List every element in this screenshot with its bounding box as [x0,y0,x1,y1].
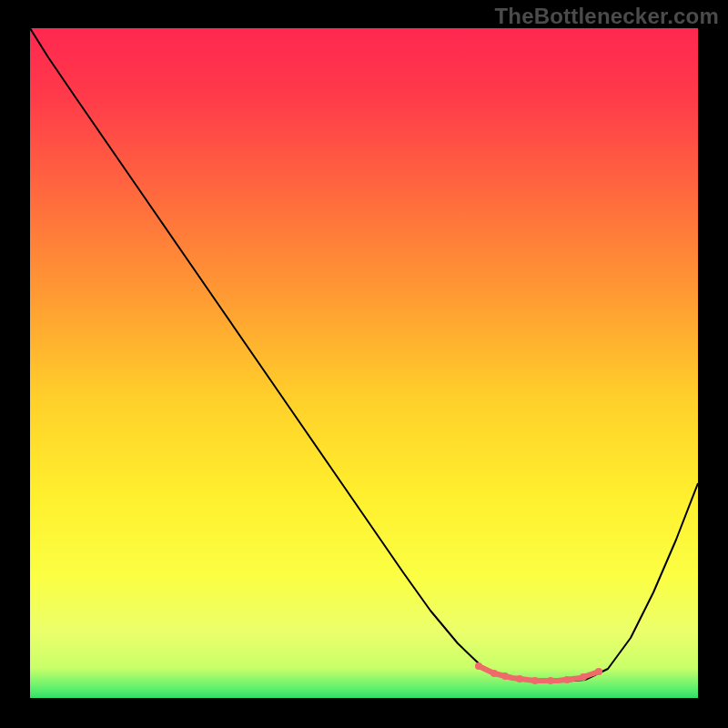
watermark-text: TheBottlenecker.com [494,4,719,29]
highlight-dot [547,677,554,684]
highlight-dot [475,662,482,670]
plot-area [30,28,698,698]
svg-rect-0 [30,28,698,698]
highlight-dot [531,677,539,684]
highlight-dot [563,676,571,683]
highlight-dot [595,668,602,675]
chart-svg [30,28,698,698]
highlight-dot [490,670,498,677]
chart-frame: TheBottlenecker.com [0,0,728,728]
highlight-dot [580,673,587,681]
highlight-dot [516,675,523,682]
highlight-dot [501,672,509,680]
